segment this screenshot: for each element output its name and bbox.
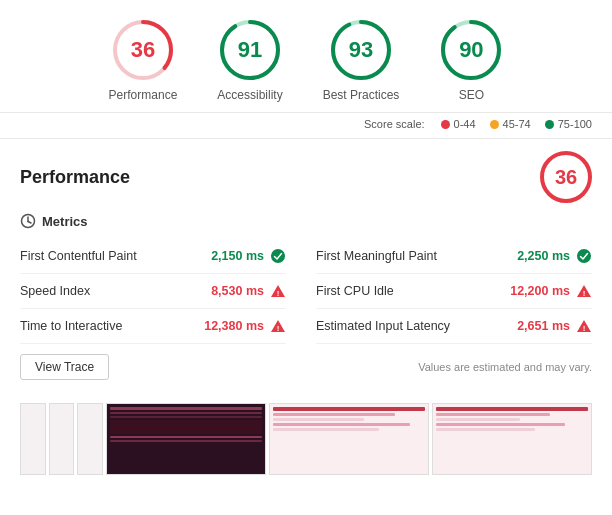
thumb-2	[49, 403, 75, 475]
metrics-right: First Meaningful Paint 2,250 ms First CP…	[306, 239, 592, 344]
score-circle-best-practices: 93	[329, 18, 393, 82]
svg-point-11	[271, 249, 285, 263]
svg-text:!: !	[583, 289, 586, 298]
performance-section: Performance 36 Metrics First Contentful …	[0, 139, 612, 398]
metric-first-contentful-paint: First Contentful Paint 2,150 ms	[20, 239, 286, 274]
score-label-performance: Performance	[109, 88, 178, 102]
trace-row: View Trace Values are estimated and may …	[20, 344, 592, 388]
metric-estimated-input-latency: Estimated Input Latency 2,651 ms !	[316, 309, 592, 344]
score-label-seo: SEO	[459, 88, 484, 102]
dot-red	[441, 120, 450, 129]
dot-orange	[490, 120, 499, 129]
svg-text:!: !	[277, 324, 280, 333]
scale-item-red: 0-44	[441, 118, 476, 130]
score-label-best-practices: Best Practices	[323, 88, 400, 102]
metric-time-to-interactive: Time to Interactive 12,380 ms !	[20, 309, 286, 344]
scale-legend: Score scale: 0-44 45-74 75-100	[0, 113, 612, 139]
score-item-performance: 36 Performance	[109, 18, 178, 102]
thumb-5	[269, 403, 429, 475]
scale-item-orange: 45-74	[490, 118, 531, 130]
scale-item-green: 75-100	[545, 118, 592, 130]
metrics-label: Metrics	[42, 214, 88, 229]
scale-title: Score scale:	[364, 118, 425, 130]
warn-icon-cpu-idle: !	[576, 283, 592, 299]
dot-green	[545, 120, 554, 129]
svg-point-16	[577, 249, 591, 263]
metric-first-cpu-idle: First CPU Idle 12,200 ms !	[316, 274, 592, 309]
metrics-grid: First Contentful Paint 2,150 ms Speed In…	[20, 239, 592, 344]
score-circle-seo: 90	[439, 18, 503, 82]
score-item-seo: 90 SEO	[439, 18, 503, 102]
check-icon-fcp	[270, 248, 286, 264]
score-item-accessibility: 91 Accessibility	[217, 18, 282, 102]
perf-score-mini: 36	[540, 151, 592, 203]
thumb-6	[432, 403, 592, 475]
check-icon-fmp	[576, 248, 592, 264]
warn-icon-tti: !	[270, 318, 286, 334]
thumb-4	[106, 403, 266, 475]
metrics-header: Metrics	[20, 213, 592, 229]
score-circle-performance: 36	[111, 18, 175, 82]
thumbnail-strip	[0, 403, 612, 475]
metric-first-meaningful-paint: First Meaningful Paint 2,250 ms	[316, 239, 592, 274]
view-trace-button[interactable]: View Trace	[20, 354, 109, 380]
score-circle-accessibility: 91	[218, 18, 282, 82]
metric-speed-index: Speed Index 8,530 ms !	[20, 274, 286, 309]
svg-line-10	[28, 222, 31, 224]
perf-title: Performance	[20, 167, 130, 188]
clock-icon	[20, 213, 36, 229]
score-bar: 36 Performance 91 Accessibility 93 Best …	[0, 0, 612, 113]
perf-header: Performance 36	[20, 151, 592, 203]
thumb-3	[77, 403, 103, 475]
svg-text:!: !	[277, 289, 280, 298]
thumb-1	[20, 403, 46, 475]
metrics-left: First Contentful Paint 2,150 ms Speed In…	[20, 239, 306, 344]
svg-text:!: !	[583, 324, 586, 333]
score-item-best-practices: 93 Best Practices	[323, 18, 400, 102]
estimated-note: Values are estimated and may vary.	[418, 361, 592, 373]
warn-icon-speed-index: !	[270, 283, 286, 299]
score-label-accessibility: Accessibility	[217, 88, 282, 102]
warn-icon-eil: !	[576, 318, 592, 334]
